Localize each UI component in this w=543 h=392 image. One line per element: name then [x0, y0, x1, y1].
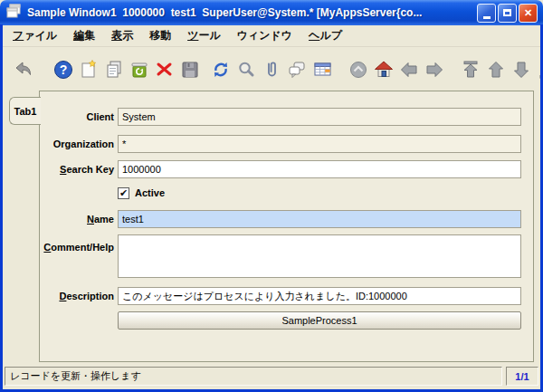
copy-record-button[interactable]: [102, 58, 126, 81]
svg-text:?: ?: [60, 62, 68, 77]
menu-go[interactable]: 移動: [141, 26, 179, 45]
detail-record-button[interactable]: [510, 58, 533, 81]
window-title: Sample Window1 1000000 test1 SuperUser@S…: [27, 6, 477, 19]
menu-window[interactable]: ウィンドウ: [229, 26, 300, 45]
delete-record-icon: [129, 59, 150, 81]
description-field[interactable]: [118, 287, 521, 305]
maximize-icon: [503, 9, 511, 16]
tab-tab1[interactable]: Tab1: [9, 97, 41, 125]
menu-bar: ファイル 編集 表示 移動 ツール ウィンドウ ヘルプ: [3, 25, 540, 47]
menu-file[interactable]: ファイル: [5, 26, 65, 45]
find-button[interactable]: [234, 58, 258, 81]
attachment-icon: [261, 59, 282, 81]
maximize-button[interactable]: [498, 4, 517, 23]
menu-view[interactable]: 表示: [103, 26, 141, 45]
name-label: Name: [40, 210, 114, 228]
comment-field[interactable]: [118, 234, 521, 278]
history-icon: [348, 59, 369, 81]
menu-tools[interactable]: ツール: [179, 26, 229, 45]
delete-record-button[interactable]: [128, 58, 151, 81]
active-checkbox[interactable]: ✔: [118, 187, 129, 199]
active-row: ✔ Active: [118, 186, 165, 200]
client-label: Client: [40, 108, 114, 126]
first-record-button[interactable]: [459, 58, 482, 81]
chat-icon: [286, 59, 308, 81]
previous-record-icon: [398, 59, 420, 81]
undo-icon: [13, 59, 34, 81]
toolbar: ?: [3, 48, 540, 91]
description-label: Description: [40, 287, 114, 305]
detail-record-icon: [510, 59, 532, 81]
organization-label: Organization: [40, 135, 114, 153]
refresh-icon: [210, 59, 232, 81]
help-icon: ?: [52, 59, 74, 81]
checkmark-icon: ✔: [119, 187, 128, 199]
client-field[interactable]: [118, 108, 521, 126]
application-window: Sample Window1 1000000 test1 SuperUser@S…: [0, 0, 543, 392]
minimize-button[interactable]: [477, 4, 496, 23]
new-record-icon: [78, 59, 100, 81]
first-record-icon: [460, 59, 481, 81]
next-record-icon: [424, 59, 445, 81]
parent-record-button[interactable]: [484, 58, 508, 81]
form-panel: Client Organization Search Key ✔ Active …: [39, 91, 534, 362]
undo-button[interactable]: [12, 58, 35, 81]
search-key-label: Search Key: [40, 160, 114, 178]
titlebar: Sample Window1 1000000 test1 SuperUser@S…: [0, 0, 543, 25]
previous-record-button[interactable]: [397, 58, 421, 81]
delete-selection-button[interactable]: [153, 58, 176, 81]
copy-record-icon: [103, 59, 125, 81]
help-button[interactable]: ?: [52, 58, 75, 81]
next-record-button[interactable]: [423, 58, 446, 81]
record-indicator: 1/1: [506, 367, 538, 386]
home-button[interactable]: [372, 58, 395, 81]
chat-button[interactable]: [285, 58, 309, 81]
history-button[interactable]: [347, 58, 370, 81]
grid-toggle-icon: [311, 59, 333, 81]
find-icon: [235, 59, 257, 81]
search-key-field[interactable]: [118, 160, 521, 178]
window-border: [0, 24, 3, 392]
save-icon: [179, 59, 201, 81]
close-button[interactable]: ✕: [519, 4, 538, 23]
menu-edit[interactable]: 編集: [65, 26, 103, 45]
close-icon: ✕: [524, 7, 532, 19]
grid-toggle-button[interactable]: [310, 58, 334, 81]
name-field[interactable]: [118, 210, 521, 228]
comment-label: Comment/Help: [40, 238, 114, 256]
attachment-button[interactable]: [260, 58, 283, 81]
menu-help[interactable]: ヘルプ: [300, 26, 350, 45]
delete-selection-icon: [154, 59, 176, 81]
home-icon: [373, 59, 395, 81]
parent-record-icon: [485, 59, 507, 81]
status-bar: レコードを更新・操作します 1/1: [3, 365, 540, 389]
organization-field[interactable]: [118, 135, 521, 153]
new-record-button[interactable]: [77, 58, 100, 81]
refresh-button[interactable]: [209, 58, 233, 81]
save-button[interactable]: [178, 58, 202, 81]
minimize-icon: [483, 16, 491, 19]
status-message: レコードを更新・操作します: [5, 367, 502, 386]
window-cascade-icon: [5, 3, 22, 23]
sample-process-button[interactable]: SampleProcess1: [118, 311, 521, 330]
active-label: Active: [135, 187, 165, 198]
